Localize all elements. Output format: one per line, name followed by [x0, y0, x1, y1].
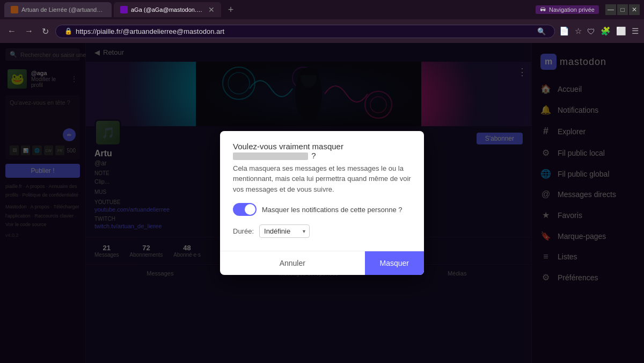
- expand-icon[interactable]: ⬜: [616, 26, 626, 36]
- bookmark-icon[interactable]: 📄: [559, 26, 569, 36]
- tab-favicon-artuan: [11, 6, 18, 13]
- toggle-label: Masquer les notifications de cette perso…: [262, 206, 402, 214]
- window-controls: — □ ✕: [605, 4, 640, 15]
- private-mode-badge: 🕶 Navigation privée: [536, 5, 599, 14]
- menu-icon[interactable]: ☰: [632, 26, 639, 36]
- mute-confirm-button[interactable]: Masquer: [365, 251, 424, 275]
- tab-bar: Artuan de Lierrée (@artuandelier... aGa …: [0, 0, 644, 19]
- browser-chrome: Artuan de Lierrée (@artuandelier... aGa …: [0, 0, 644, 43]
- back-button[interactable]: ←: [5, 25, 18, 37]
- tab-favicon-aga: [120, 6, 128, 13]
- star-icon[interactable]: ☆: [575, 26, 582, 36]
- lock-icon: 🔒: [64, 27, 72, 35]
- extension-icon[interactable]: 🧩: [601, 26, 611, 36]
- modal-duration-row: Durée: Indéfinie 1 jour 1 semaine 1 mois: [233, 224, 411, 238]
- modal-question-mark: ?: [311, 151, 316, 160]
- forward-button[interactable]: →: [23, 25, 35, 37]
- tab-label-aga: aGa (@aGa@mastodon.social): [131, 6, 205, 13]
- duration-label: Durée:: [233, 227, 254, 235]
- private-icon: 🕶: [540, 6, 546, 13]
- mute-modal: Voulez-vous vraiment masquer ? Cela masq…: [220, 131, 424, 275]
- modal-description: Cela masquera ses messages et les messag…: [233, 163, 411, 195]
- url-field[interactable]: 🔒 https://piaille.fr/@artuandelierree@ma…: [55, 25, 555, 38]
- tab-close-icon[interactable]: ✕: [208, 5, 215, 14]
- url-text: https://piaille.fr/@artuandelierree@mast…: [76, 27, 534, 35]
- close-button[interactable]: ✕: [629, 4, 640, 15]
- duration-select-wrapper[interactable]: Indéfinie 1 jour 1 semaine 1 mois: [259, 224, 310, 238]
- cancel-button[interactable]: Annuler: [220, 251, 365, 275]
- new-tab-button[interactable]: +: [223, 2, 238, 17]
- address-bar: ← → ↻ 🔒 https://piaille.fr/@artuandelier…: [0, 19, 644, 43]
- modal-body: Voulez-vous vraiment masquer ? Cela masq…: [220, 131, 424, 251]
- modal-username-blurred: [233, 153, 308, 160]
- modal-overlay[interactable]: Voulez-vous vraiment masquer ? Cela masq…: [0, 43, 644, 363]
- duration-select[interactable]: Indéfinie 1 jour 1 semaine 1 mois: [259, 224, 310, 238]
- refresh-button[interactable]: ↻: [40, 25, 51, 38]
- search-icon[interactable]: 🔍: [537, 27, 546, 35]
- tab-label-artuan: Artuan de Lierrée (@artuandelier...: [21, 6, 105, 13]
- shield-icon[interactable]: 🛡: [587, 27, 595, 36]
- maximize-button[interactable]: □: [617, 4, 628, 15]
- notification-toggle[interactable]: [233, 203, 257, 216]
- toolbar-icons: 📄 ☆ 🛡 🧩 ⬜ ☰: [559, 26, 639, 36]
- tab-aga[interactable]: aGa (@aGa@mastodon.social) ✕: [114, 2, 221, 17]
- minimize-button[interactable]: —: [605, 4, 616, 15]
- tab-artuan[interactable]: Artuan de Lierrée (@artuandelier...: [4, 2, 112, 17]
- modal-title-text: Voulez-vous vraiment masquer: [233, 142, 343, 151]
- modal-footer: Annuler Masquer: [220, 251, 424, 275]
- modal-toggle-row: Masquer les notifications de cette perso…: [233, 203, 411, 216]
- modal-title: Voulez-vous vraiment masquer ?: [233, 142, 411, 160]
